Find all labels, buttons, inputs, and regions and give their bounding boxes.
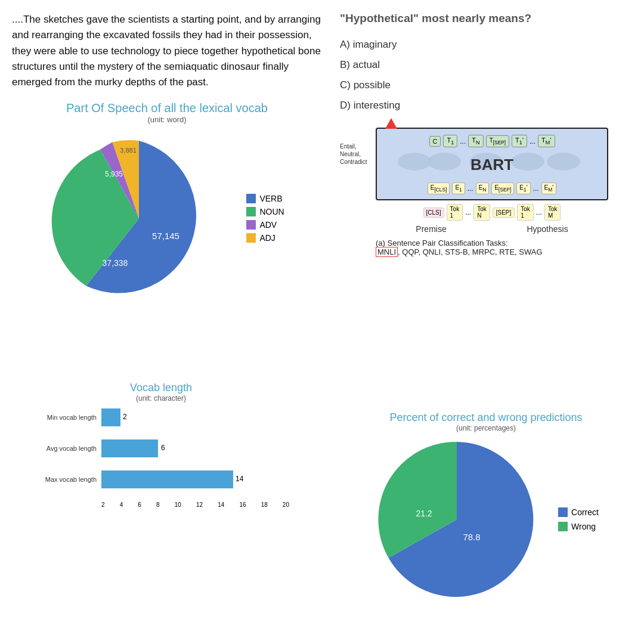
passage-text: ....The sketches gave the scientists a s… xyxy=(12,12,322,91)
vocab-chart-title: Vocab length xyxy=(12,382,310,394)
adv-label: 5,935 xyxy=(105,170,123,178)
option-d: D) interesting xyxy=(340,95,632,116)
max-label: Max vocab length xyxy=(33,476,101,483)
verb-label: 57,145 xyxy=(152,231,179,241)
inp-tok1: Tok1 xyxy=(447,204,463,221)
wrong-swatch xyxy=(558,522,568,531)
adj-legend-label: ADJ xyxy=(259,233,275,243)
inp-tokn: TokN xyxy=(473,204,490,221)
bart-bottom-tokens: E[CLS] E1 ... EN E[SEP] E1' ... EM' xyxy=(382,182,602,194)
svg-point-1 xyxy=(428,153,461,171)
mnli-highlight: MNLI xyxy=(376,247,398,257)
x-axis: 2 4 6 8 10 12 14 16 18 20 xyxy=(101,501,289,508)
svg-point-0 xyxy=(398,153,431,171)
input-tokens-row: [CLS] Tok1 ... TokN [SEP] Tok1 ... TokM xyxy=(376,204,608,221)
bart-text: BART xyxy=(470,156,513,174)
legend-noun: NOUN xyxy=(246,207,284,216)
noun-swatch xyxy=(246,207,256,216)
noun-legend-label: NOUN xyxy=(259,207,284,216)
verb-legend-label: VERB xyxy=(259,194,282,203)
adv-swatch xyxy=(246,220,256,230)
hypothesis-label: Hypothesis xyxy=(527,224,568,234)
verb-swatch xyxy=(246,194,256,203)
quiz-question: "Hypothetical" most nearly means? xyxy=(340,12,632,25)
correct-label: Correct xyxy=(571,507,599,517)
adj-label: 3,881 xyxy=(120,147,137,154)
bart-top-tokens: C T1 ... TN T[SEP] T1' ... TM' xyxy=(382,135,602,147)
bar-row-min: Min vocab length 2 xyxy=(33,408,289,426)
inp-dots1: ... xyxy=(465,208,471,216)
pred-subtitle: (unit: percentages) xyxy=(337,424,635,432)
bar-chart: Min vocab length 2 Avg vocab length 6 Ma… xyxy=(33,408,289,508)
wrong-pct-label: 21.2 xyxy=(416,509,432,518)
legend-adj: ADJ xyxy=(246,233,284,243)
avg-label: Avg vocab length xyxy=(33,445,101,452)
min-label: Min vocab length xyxy=(33,414,101,421)
legend-wrong: Wrong xyxy=(558,522,599,531)
pred-title: Percent of correct and wrong predictions xyxy=(337,411,635,424)
vocab-chart-subtitle: (unit: character) xyxy=(12,394,310,402)
pos-chart: Part Of Speech of all the lexical vocab … xyxy=(12,101,322,308)
pred-pie-svg: 78.8 21.2 xyxy=(373,436,540,603)
bart-diagram: Entail,Neutral,Contradict C T1 ... TN T[… xyxy=(340,128,614,256)
inp-tok1p: Tok1 xyxy=(517,204,534,221)
tok-dots1: ... xyxy=(460,137,466,145)
tok-t1p: T1' xyxy=(512,135,527,147)
noun-label: 37,338 xyxy=(103,258,128,268)
caption-a: (a) Sentence Pair Classification Tasks: xyxy=(376,239,508,247)
inp-sep: [SEP] xyxy=(493,208,515,218)
enc-dots2: ... xyxy=(533,184,539,193)
vocab-chart: Vocab length (unit: character) Min vocab… xyxy=(12,382,310,508)
tok-tn: TN xyxy=(468,135,483,147)
wrong-label: Wrong xyxy=(571,522,596,531)
tok-c: C xyxy=(429,136,441,147)
option-b: B) actual xyxy=(340,55,632,75)
pos-legend: VERB NOUN ADV ADJ xyxy=(246,194,284,243)
bart-center: BART xyxy=(382,150,602,180)
pos-chart-title: Part Of Speech of all the lexical vocab xyxy=(12,101,322,115)
correct-swatch xyxy=(558,507,568,517)
enc-e1: E1 xyxy=(452,182,465,194)
pos-chart-subtitle: (unit: word) xyxy=(12,115,322,124)
enc-en: EN xyxy=(476,182,490,194)
max-bar xyxy=(101,470,233,488)
right-column: "Hypothetical" most nearly means? A) ima… xyxy=(340,12,632,262)
bar-row-avg: Avg vocab length 6 xyxy=(33,439,289,457)
tok-dots2: ... xyxy=(530,137,535,145)
min-value: 2 xyxy=(123,413,127,421)
premise-label: Premise xyxy=(416,224,446,234)
svg-point-3 xyxy=(511,153,544,171)
legend-adv: ADV xyxy=(246,220,284,230)
correct-pct-label: 78.8 xyxy=(463,532,480,542)
predictions-chart: Percent of correct and wrong predictions… xyxy=(337,411,635,603)
enc-sep: E[SEP] xyxy=(491,182,514,194)
enc-dots1: ... xyxy=(467,184,473,193)
legend-verb: VERB xyxy=(246,194,284,203)
tok-t1: T1 xyxy=(443,135,457,147)
bart-box: C T1 ... TN T[SEP] T1' ... TM' B xyxy=(376,128,608,200)
option-a: A) imaginary xyxy=(340,35,632,55)
pred-legend: Correct Wrong xyxy=(558,507,599,531)
premise-hypothesis-row: Premise Hypothesis xyxy=(376,224,608,234)
tok-tmp: TM' xyxy=(538,135,555,147)
enc-emp: EM' xyxy=(541,182,557,194)
adj-swatch xyxy=(246,233,256,243)
min-bar xyxy=(101,408,120,426)
tok-sep: T[SEP] xyxy=(486,135,509,147)
enc-cls: E[CLS] xyxy=(428,182,450,194)
pos-pie-svg: 57,145 37,338 5,935 3,881 xyxy=(49,129,228,308)
option-c: C) possible xyxy=(340,75,632,95)
inp-cls: [CLS] xyxy=(423,208,444,218)
enc-e1p: E1' xyxy=(516,182,530,194)
caption-rest: , QQP, QNLI, STS-B, MRPC, RTE, SWAG xyxy=(398,247,542,256)
legend-correct: Correct xyxy=(558,507,599,517)
max-value: 14 xyxy=(236,475,243,483)
bart-up-arrow xyxy=(385,118,397,129)
bar-row-max: Max vocab length 14 xyxy=(33,470,289,488)
entail-label: Entail,Neutral,Contradict xyxy=(340,143,367,166)
inp-dots2: ... xyxy=(536,208,542,216)
inp-tokm: TokM xyxy=(544,204,561,221)
quiz-options: A) imaginary B) actual C) possible D) in… xyxy=(340,35,632,116)
avg-bar xyxy=(101,439,158,457)
svg-point-4 xyxy=(547,153,580,171)
